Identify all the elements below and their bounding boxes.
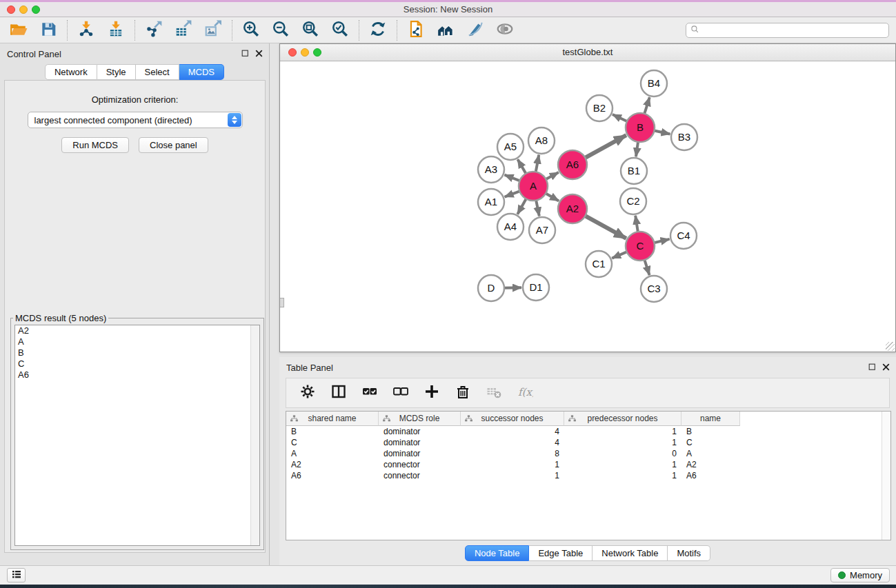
cell-MCDS-role[interactable]: dominator: [379, 438, 461, 447]
column-header-predecessor-nodes[interactable]: predecessor nodes: [564, 412, 681, 426]
open-session-button[interactable]: [9, 21, 28, 40]
resize-grip-icon[interactable]: [886, 342, 895, 351]
mcds-result-item[interactable]: A6: [15, 369, 259, 381]
table-row[interactable]: Adominator80A: [286, 448, 881, 459]
select-all-columns-button[interactable]: [361, 384, 379, 402]
cell-predecessor-nodes[interactable]: 1: [564, 460, 681, 469]
memory-button[interactable]: Memory: [830, 568, 890, 582]
search-input[interactable]: [702, 26, 884, 35]
close-panel-button[interactable]: Close panel: [139, 137, 208, 153]
cell-predecessor-nodes[interactable]: 1: [564, 471, 681, 480]
column-header-name[interactable]: name: [681, 412, 740, 426]
column-header-shared-name[interactable]: shared name: [286, 412, 379, 426]
run-mcds-button[interactable]: Run MCDS: [61, 137, 129, 153]
tab-edge-table[interactable]: Edge Table: [529, 545, 593, 561]
graph-node-A5[interactable]: A5: [497, 134, 524, 160]
cell-predecessor-nodes[interactable]: 1: [564, 427, 681, 436]
table-row[interactable]: A2connector11A2: [286, 459, 881, 470]
graph-node-B2[interactable]: B2: [586, 95, 613, 121]
graph-node-B1[interactable]: B1: [621, 158, 647, 184]
create-column-plus-button[interactable]: [423, 384, 441, 402]
graph-node-A6[interactable]: A6: [558, 150, 587, 179]
graph-node-B3[interactable]: B3: [671, 124, 697, 150]
graph-node-A1[interactable]: A1: [478, 189, 504, 215]
cell-predecessor-nodes[interactable]: 1: [564, 438, 681, 447]
delete-columns-trash-button[interactable]: [454, 384, 472, 402]
criterion-select[interactable]: largest connected component (directed): [28, 112, 243, 128]
cell-predecessor-nodes[interactable]: 0: [564, 449, 681, 458]
zoom-selected-button[interactable]: [330, 21, 350, 40]
mcds-result-item[interactable]: A: [15, 336, 259, 347]
tab-node-table[interactable]: Node Table: [465, 545, 530, 561]
mcds-result-item[interactable]: C: [15, 358, 259, 369]
close-panel-icon[interactable]: [255, 48, 263, 61]
graph-node-A8[interactable]: A8: [528, 128, 555, 154]
cell-name[interactable]: A: [681, 449, 740, 458]
graph-node-B[interactable]: B: [626, 113, 655, 142]
table-row[interactable]: A6connector11A6: [286, 470, 881, 481]
save-session-button[interactable]: [39, 21, 58, 40]
list-scrollbar-track[interactable]: [250, 325, 259, 545]
tab-network-table[interactable]: Network Table: [593, 545, 668, 561]
refresh-layout-button[interactable]: [368, 21, 388, 40]
graph-node-A4[interactable]: A4: [497, 214, 524, 240]
graph-node-C3[interactable]: C3: [641, 276, 667, 302]
cell-shared-name[interactable]: B: [286, 427, 379, 436]
export-table-button[interactable]: [174, 21, 193, 40]
show-all-eye-button[interactable]: [495, 21, 515, 40]
zoom-out-button[interactable]: [271, 21, 290, 40]
task-history-button[interactable]: [7, 568, 26, 582]
cell-successor-nodes[interactable]: 1: [461, 460, 564, 469]
export-image-button[interactable]: [203, 21, 223, 40]
float-panel-icon[interactable]: [241, 48, 250, 61]
cell-successor-nodes[interactable]: 4: [461, 438, 564, 447]
unselect-all-columns-button[interactable]: [392, 384, 410, 402]
tab-network[interactable]: Network: [45, 64, 97, 80]
search-box[interactable]: [686, 23, 889, 38]
show-columns-button[interactable]: [330, 384, 348, 402]
import-table-button[interactable]: [106, 21, 126, 40]
tab-select[interactable]: Select: [136, 64, 179, 80]
table-options-gear-button[interactable]: [299, 384, 317, 402]
graph-node-B4[interactable]: B4: [641, 70, 667, 97]
cell-successor-nodes[interactable]: 4: [461, 427, 564, 436]
graph-node-A7[interactable]: A7: [529, 217, 555, 243]
graph-node-A3[interactable]: A3: [478, 156, 504, 183]
cell-MCDS-role[interactable]: dominator: [379, 427, 461, 436]
cell-MCDS-role[interactable]: connector: [379, 471, 461, 480]
network-view-canvas[interactable]: B4B2BB3A5A8A6A3B1AA1C2A2A4A7C4CC1C3DD1: [280, 61, 895, 352]
cell-MCDS-role[interactable]: connector: [379, 460, 461, 469]
cell-shared-name[interactable]: A6: [286, 471, 379, 480]
mcds-result-list[interactable]: A2ABCA6: [14, 325, 260, 546]
new-network-from-selection-button[interactable]: [406, 21, 426, 40]
hide-selected-button[interactable]: [466, 21, 485, 40]
float-table-panel-icon[interactable]: [868, 362, 877, 374]
graph-node-C2[interactable]: C2: [620, 188, 646, 214]
graph-node-C[interactable]: C: [626, 232, 655, 261]
table-row[interactable]: Bdominator41B: [286, 426, 881, 437]
graph-node-A[interactable]: A: [519, 172, 548, 201]
cell-MCDS-role[interactable]: dominator: [379, 449, 461, 458]
mcds-result-item[interactable]: B: [15, 347, 259, 358]
graph-node-C4[interactable]: C4: [670, 223, 697, 249]
network-window[interactable]: testGlobe.txt B4B2BB3A5A8A6A3B1AA1C2A2A4…: [279, 43, 896, 352]
cell-name[interactable]: A6: [681, 471, 740, 480]
window-edge-handle[interactable]: [280, 298, 284, 307]
close-table-panel-icon[interactable]: [882, 362, 890, 374]
mcds-result-item[interactable]: A2: [15, 325, 259, 336]
tab-motifs[interactable]: Motifs: [668, 545, 710, 561]
graph-node-A2[interactable]: A2: [558, 194, 587, 223]
cell-name[interactable]: A2: [681, 460, 740, 469]
cell-shared-name[interactable]: A2: [286, 460, 379, 469]
network-graph[interactable]: B4B2BB3A5A8A6A3B1AA1C2A2A4A7C4CC1C3DD1: [280, 61, 895, 352]
graph-node-D1[interactable]: D1: [523, 274, 549, 301]
column-header-MCDS-role[interactable]: MCDS role: [379, 412, 461, 426]
tab-style[interactable]: Style: [97, 64, 136, 80]
zoom-in-button[interactable]: [241, 21, 261, 40]
graph-node-C1[interactable]: C1: [586, 251, 612, 277]
column-header-successor-nodes[interactable]: successor nodes: [461, 412, 564, 426]
table-scrollbar-track[interactable]: [882, 412, 890, 540]
tab-mcds[interactable]: MCDS: [179, 64, 224, 80]
first-neighbors-button[interactable]: [436, 21, 455, 40]
cell-successor-nodes[interactable]: 1: [461, 471, 564, 480]
